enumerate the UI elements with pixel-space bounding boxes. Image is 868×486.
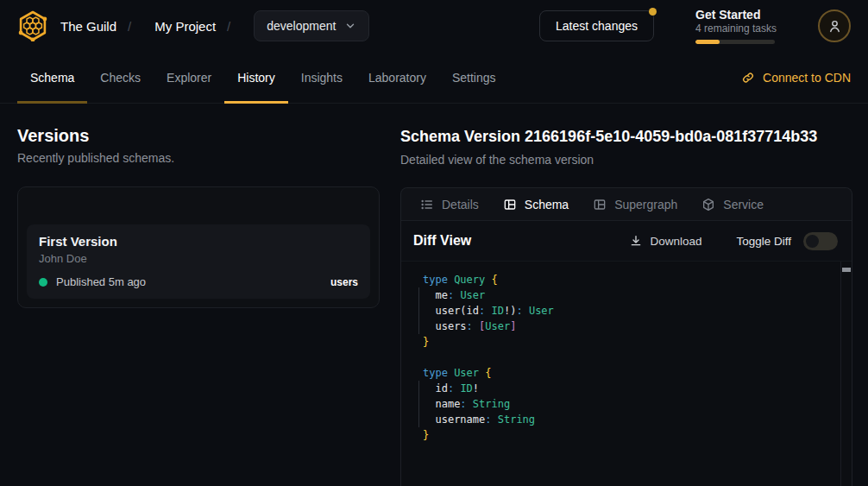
version-detail-panel: Schema Version 2166196f-5e10-4059-bd0a-0… [400,104,868,486]
connect-to-cdn-label: Connect to CDN [763,71,851,85]
columns-icon [593,198,607,211]
top-bar: The Guild / My Project / development Lat… [0,0,868,52]
versions-list-card: First Version John Doe Published 5m ago … [17,186,380,308]
detail-tab-details[interactable]: Details [420,198,479,211]
get-started-widget[interactable]: Get Started 4 remaining tasks [695,8,778,44]
toggle-diff-switch[interactable] [803,232,838,250]
version-list-item[interactable]: First Version John Doe Published 5m ago … [27,224,370,299]
connect-to-cdn-link[interactable]: Connect to CDN [741,52,851,103]
latest-changes-label: Latest changes [556,19,638,33]
version-author: John Doe [39,252,358,265]
version-title: First Version [39,233,358,249]
tab-checks[interactable]: Checks [87,52,154,103]
code-scrollbar-thumb[interactable] [842,268,851,272]
code-block: type Query { me: User user(id: ID!): Use… [423,272,834,443]
main-content: Versions Recently published schemas. Fir… [0,104,868,486]
guild-hive-logo-icon[interactable] [17,10,48,41]
versions-title: Versions [17,125,380,146]
get-started-title: Get Started [695,8,778,22]
schema-version-title: Schema Version 2166196f-5e10-4059-bd0a-0… [400,127,852,146]
detail-tab-label: Supergraph [614,198,677,211]
switch-knob [806,235,819,248]
breadcrumb-separator: / [227,19,230,34]
versions-panel: Versions Recently published schemas. Fir… [0,104,400,486]
tab-schema[interactable]: Schema [17,52,87,103]
tab-settings[interactable]: Settings [439,52,509,103]
get-started-progress-bar [695,40,775,44]
detail-tab-schema[interactable]: Schema [503,198,569,211]
tab-insights[interactable]: Insights [288,52,355,103]
diff-view-toolbar: Diff View Download Toggle Diff [401,221,852,262]
cube-icon [701,198,715,211]
version-status-label: Published 5m ago [56,275,146,288]
link-icon [741,71,755,85]
detail-tab-service[interactable]: Service [701,198,764,211]
schema-code-viewer: type Query { me: User user(id: ID!): Use… [401,262,852,486]
latest-changes-button[interactable]: Latest changes [539,10,654,41]
breadcrumb-org[interactable]: The Guild [60,19,116,34]
breadcrumb-project[interactable]: My Project [154,19,216,34]
list-icon [420,198,434,211]
version-service-name: users [330,276,358,288]
topbar-right-cluster: Latest changes Get Started 4 remaining t… [539,8,851,44]
published-status-dot [39,278,47,287]
user-avatar[interactable] [818,9,851,42]
download-button[interactable]: Download [629,234,701,248]
detail-tab-label: Service [723,198,764,211]
detail-tab-supergraph[interactable]: Supergraph [593,198,677,211]
code-scrollbar [840,262,852,486]
person-icon [827,18,843,35]
target-selector-dropdown[interactable]: development [254,10,369,41]
get-started-subtitle: 4 remaining tasks [695,22,778,35]
toggle-diff-label: Toggle Diff [736,235,791,248]
schema-detail-card: Details Schema Supergraph [400,187,852,486]
schema-version-subtitle: Detailed view of the schema version [400,153,852,167]
detail-tab-label: Schema [525,198,569,211]
version-status-row: Published 5m ago users [39,275,358,288]
notification-dot [649,8,657,16]
progress-fill [695,40,720,44]
detail-tab-label: Details [442,198,479,211]
breadcrumb-separator: / [128,19,131,34]
download-icon [629,234,643,248]
target-selector-value: development [267,19,336,33]
tab-history[interactable]: History [224,52,288,103]
indent-guide [418,381,419,427]
tab-explorer[interactable]: Explorer [154,52,224,103]
tab-laboratory[interactable]: Laboratory [355,52,439,103]
main-nav: Schema Checks Explorer History Insights … [0,52,868,104]
indent-guide [418,287,419,334]
detail-tabs: Details Schema Supergraph [401,188,852,221]
columns-icon [503,198,517,211]
download-label: Download [650,235,701,248]
chevron-down-icon [344,20,356,32]
versions-subtitle: Recently published schemas. [17,151,380,166]
diff-view-title: Diff View [413,233,471,249]
